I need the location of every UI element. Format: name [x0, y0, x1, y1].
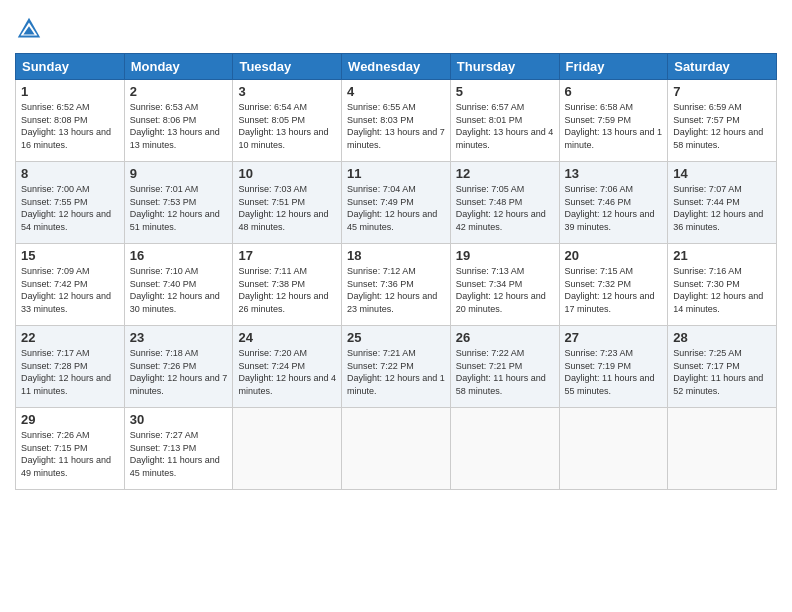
calendar-cell: 15Sunrise: 7:09 AMSunset: 7:42 PMDayligh…: [16, 244, 125, 326]
day-number: 6: [565, 84, 663, 99]
calendar-cell: 17Sunrise: 7:11 AMSunset: 7:38 PMDayligh…: [233, 244, 342, 326]
calendar-cell: 4Sunrise: 6:55 AMSunset: 8:03 PMDaylight…: [342, 80, 451, 162]
calendar-header-wednesday: Wednesday: [342, 54, 451, 80]
calendar-week-row: 1Sunrise: 6:52 AMSunset: 8:08 PMDaylight…: [16, 80, 777, 162]
day-info: Sunrise: 6:53 AMSunset: 8:06 PMDaylight:…: [130, 101, 228, 151]
calendar-header-row: SundayMondayTuesdayWednesdayThursdayFrid…: [16, 54, 777, 80]
day-info: Sunrise: 7:10 AMSunset: 7:40 PMDaylight:…: [130, 265, 228, 315]
day-info: Sunrise: 6:52 AMSunset: 8:08 PMDaylight:…: [21, 101, 119, 151]
day-info: Sunrise: 7:20 AMSunset: 7:24 PMDaylight:…: [238, 347, 336, 397]
calendar-week-row: 8Sunrise: 7:00 AMSunset: 7:55 PMDaylight…: [16, 162, 777, 244]
calendar-cell: 30Sunrise: 7:27 AMSunset: 7:13 PMDayligh…: [124, 408, 233, 490]
day-info: Sunrise: 7:11 AMSunset: 7:38 PMDaylight:…: [238, 265, 336, 315]
calendar-cell: 26Sunrise: 7:22 AMSunset: 7:21 PMDayligh…: [450, 326, 559, 408]
calendar-cell: 6Sunrise: 6:58 AMSunset: 7:59 PMDaylight…: [559, 80, 668, 162]
header: [15, 15, 777, 43]
day-info: Sunrise: 7:23 AMSunset: 7:19 PMDaylight:…: [565, 347, 663, 397]
day-info: Sunrise: 6:55 AMSunset: 8:03 PMDaylight:…: [347, 101, 445, 151]
page: SundayMondayTuesdayWednesdayThursdayFrid…: [0, 0, 792, 612]
calendar-cell: [450, 408, 559, 490]
day-number: 4: [347, 84, 445, 99]
day-number: 20: [565, 248, 663, 263]
calendar-week-row: 22Sunrise: 7:17 AMSunset: 7:28 PMDayligh…: [16, 326, 777, 408]
day-number: 8: [21, 166, 119, 181]
day-number: 7: [673, 84, 771, 99]
calendar-cell: 16Sunrise: 7:10 AMSunset: 7:40 PMDayligh…: [124, 244, 233, 326]
day-number: 5: [456, 84, 554, 99]
day-info: Sunrise: 7:25 AMSunset: 7:17 PMDaylight:…: [673, 347, 771, 397]
day-info: Sunrise: 7:16 AMSunset: 7:30 PMDaylight:…: [673, 265, 771, 315]
calendar-cell: 20Sunrise: 7:15 AMSunset: 7:32 PMDayligh…: [559, 244, 668, 326]
calendar-cell: [559, 408, 668, 490]
calendar-header-friday: Friday: [559, 54, 668, 80]
day-number: 16: [130, 248, 228, 263]
calendar-cell: 23Sunrise: 7:18 AMSunset: 7:26 PMDayligh…: [124, 326, 233, 408]
day-number: 18: [347, 248, 445, 263]
day-info: Sunrise: 7:09 AMSunset: 7:42 PMDaylight:…: [21, 265, 119, 315]
day-info: Sunrise: 7:26 AMSunset: 7:15 PMDaylight:…: [21, 429, 119, 479]
calendar-cell: 8Sunrise: 7:00 AMSunset: 7:55 PMDaylight…: [16, 162, 125, 244]
logo-icon: [15, 15, 43, 43]
day-number: 17: [238, 248, 336, 263]
day-number: 14: [673, 166, 771, 181]
logo: [15, 15, 43, 43]
day-number: 10: [238, 166, 336, 181]
calendar-cell: 28Sunrise: 7:25 AMSunset: 7:17 PMDayligh…: [668, 326, 777, 408]
day-info: Sunrise: 7:17 AMSunset: 7:28 PMDaylight:…: [21, 347, 119, 397]
day-info: Sunrise: 7:06 AMSunset: 7:46 PMDaylight:…: [565, 183, 663, 233]
calendar-week-row: 15Sunrise: 7:09 AMSunset: 7:42 PMDayligh…: [16, 244, 777, 326]
day-number: 1: [21, 84, 119, 99]
calendar-cell: 13Sunrise: 7:06 AMSunset: 7:46 PMDayligh…: [559, 162, 668, 244]
day-info: Sunrise: 6:54 AMSunset: 8:05 PMDaylight:…: [238, 101, 336, 151]
day-info: Sunrise: 7:12 AMSunset: 7:36 PMDaylight:…: [347, 265, 445, 315]
calendar-cell: 7Sunrise: 6:59 AMSunset: 7:57 PMDaylight…: [668, 80, 777, 162]
day-info: Sunrise: 7:13 AMSunset: 7:34 PMDaylight:…: [456, 265, 554, 315]
day-info: Sunrise: 7:00 AMSunset: 7:55 PMDaylight:…: [21, 183, 119, 233]
calendar-cell: 27Sunrise: 7:23 AMSunset: 7:19 PMDayligh…: [559, 326, 668, 408]
calendar-cell: [342, 408, 451, 490]
day-number: 26: [456, 330, 554, 345]
day-info: Sunrise: 6:57 AMSunset: 8:01 PMDaylight:…: [456, 101, 554, 151]
day-number: 30: [130, 412, 228, 427]
calendar-cell: 3Sunrise: 6:54 AMSunset: 8:05 PMDaylight…: [233, 80, 342, 162]
day-info: Sunrise: 7:04 AMSunset: 7:49 PMDaylight:…: [347, 183, 445, 233]
day-info: Sunrise: 7:21 AMSunset: 7:22 PMDaylight:…: [347, 347, 445, 397]
day-number: 22: [21, 330, 119, 345]
calendar-cell: 29Sunrise: 7:26 AMSunset: 7:15 PMDayligh…: [16, 408, 125, 490]
day-number: 28: [673, 330, 771, 345]
day-info: Sunrise: 7:27 AMSunset: 7:13 PMDaylight:…: [130, 429, 228, 479]
calendar-cell: 22Sunrise: 7:17 AMSunset: 7:28 PMDayligh…: [16, 326, 125, 408]
day-number: 19: [456, 248, 554, 263]
calendar-cell: 9Sunrise: 7:01 AMSunset: 7:53 PMDaylight…: [124, 162, 233, 244]
calendar-cell: 11Sunrise: 7:04 AMSunset: 7:49 PMDayligh…: [342, 162, 451, 244]
day-info: Sunrise: 7:15 AMSunset: 7:32 PMDaylight:…: [565, 265, 663, 315]
calendar-cell: 10Sunrise: 7:03 AMSunset: 7:51 PMDayligh…: [233, 162, 342, 244]
day-number: 9: [130, 166, 228, 181]
day-number: 27: [565, 330, 663, 345]
calendar-cell: 19Sunrise: 7:13 AMSunset: 7:34 PMDayligh…: [450, 244, 559, 326]
calendar-cell: [233, 408, 342, 490]
calendar-cell: 18Sunrise: 7:12 AMSunset: 7:36 PMDayligh…: [342, 244, 451, 326]
day-info: Sunrise: 7:18 AMSunset: 7:26 PMDaylight:…: [130, 347, 228, 397]
calendar-body: 1Sunrise: 6:52 AMSunset: 8:08 PMDaylight…: [16, 80, 777, 490]
calendar-header-tuesday: Tuesday: [233, 54, 342, 80]
day-number: 11: [347, 166, 445, 181]
calendar-header-monday: Monday: [124, 54, 233, 80]
day-number: 29: [21, 412, 119, 427]
calendar-cell: 1Sunrise: 6:52 AMSunset: 8:08 PMDaylight…: [16, 80, 125, 162]
day-number: 24: [238, 330, 336, 345]
day-number: 25: [347, 330, 445, 345]
calendar-header-sunday: Sunday: [16, 54, 125, 80]
calendar-cell: 25Sunrise: 7:21 AMSunset: 7:22 PMDayligh…: [342, 326, 451, 408]
day-info: Sunrise: 6:59 AMSunset: 7:57 PMDaylight:…: [673, 101, 771, 151]
day-info: Sunrise: 7:22 AMSunset: 7:21 PMDaylight:…: [456, 347, 554, 397]
calendar-cell: 14Sunrise: 7:07 AMSunset: 7:44 PMDayligh…: [668, 162, 777, 244]
day-info: Sunrise: 6:58 AMSunset: 7:59 PMDaylight:…: [565, 101, 663, 151]
day-info: Sunrise: 7:01 AMSunset: 7:53 PMDaylight:…: [130, 183, 228, 233]
calendar-cell: 5Sunrise: 6:57 AMSunset: 8:01 PMDaylight…: [450, 80, 559, 162]
day-number: 23: [130, 330, 228, 345]
calendar-week-row: 29Sunrise: 7:26 AMSunset: 7:15 PMDayligh…: [16, 408, 777, 490]
day-info: Sunrise: 7:03 AMSunset: 7:51 PMDaylight:…: [238, 183, 336, 233]
day-number: 13: [565, 166, 663, 181]
calendar-header-saturday: Saturday: [668, 54, 777, 80]
